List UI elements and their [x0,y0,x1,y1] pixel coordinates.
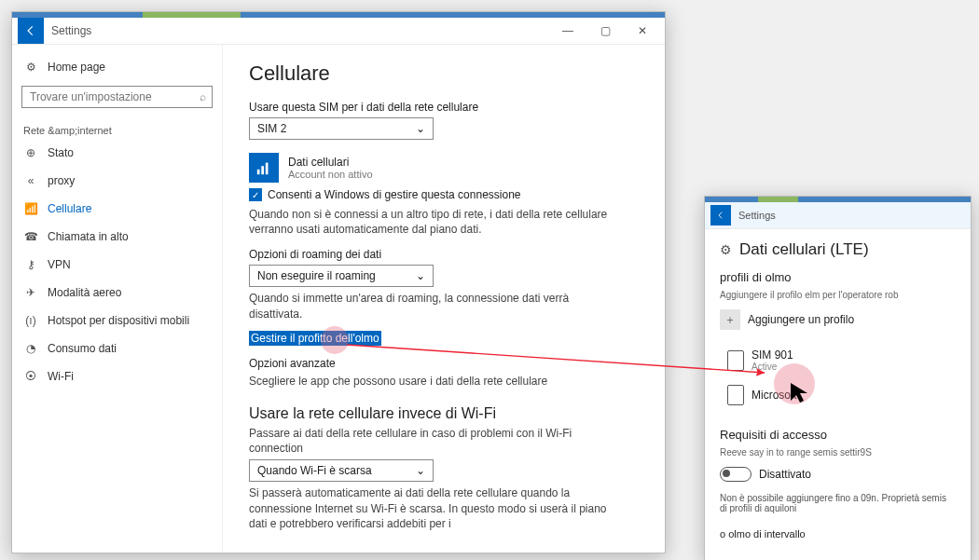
close-button[interactable]: ✕ [626,20,659,42]
roaming-description: Quando si immette un'area di roaming, la… [249,291,622,321]
esim-main: ⚙ Dati cellulari (LTE) profili di olmo A… [705,229,971,549]
add-profile-label: Aggiungere un profilo [748,313,854,326]
globe-icon: ⊕ [23,145,38,160]
main-pane: Cellulare Usare questa SIM per i dati de… [223,45,665,553]
nav-label: Modalità aereo [48,286,121,299]
access-req-heading: Requisiti di accesso [720,428,956,442]
sidebar-item-data-usage[interactable]: ◔ Consumo dati [12,335,222,362]
nav-label: Chiamata in alto [48,230,129,243]
esim-window: Settings ⚙ Dati cellulari (LTE) profili … [704,196,972,560]
roaming-select[interactable]: Non eseguire il roaming ⌄ [249,265,434,287]
access-toggle-row[interactable]: Disattivato [720,467,956,482]
plus-icon: ＋ [720,309,740,330]
wifi-fallback-title: Usare la rete cellulare invece di Wi-Fi [249,405,639,422]
sim-status: Active [751,362,793,372]
signal-bars-icon [249,153,279,183]
cellular-data-tile[interactable]: Dati cellulari Account non attivo [249,153,639,183]
sim-select[interactable]: SIM 2 ⌄ [249,117,434,140]
checkbox-label: Consenti a Windows di gestire questa con… [268,188,521,201]
minimize-button[interactable]: — [551,20,585,42]
arrow-left-icon [716,211,725,220]
nav-label: Hotspot per dispositivi mobili [48,314,189,327]
sidebar-item-proxy[interactable]: « proxy [12,168,222,194]
sidebar-item-wifi[interactable]: ⦿ Wi-Fi [12,363,222,389]
footer-text: o olmo di intervallo [720,528,956,540]
access-req-sub: Reeve say in to range semis settir9S [720,447,956,458]
advanced-link[interactable]: Opzioni avanzate [249,357,639,370]
wifi-icon: ⦿ [23,369,38,384]
sidebar-item-cellular[interactable]: 📶 Cellulare [12,196,222,222]
back-button[interactable] [710,205,731,225]
hotspot-icon: (ı) [23,313,38,328]
page-title: Cellulare [249,61,639,86]
gear-icon: ⚙ [23,60,38,75]
back-button[interactable] [18,18,44,44]
wifi-fallback-value: Quando Wi-Fi è scarsa [257,464,372,477]
nav-label: Wi-Fi [48,370,74,383]
manage-esim-link[interactable]: Gestire il profitto dell'olmo [249,331,381,346]
window-accent [705,197,971,202]
arrow-left-icon [24,24,37,37]
window-title: Settings [51,24,91,37]
sidebar-item-vpn[interactable]: ⚷ VPN [12,252,222,278]
page-title-text: Dati cellulari (LTE) [739,240,869,259]
sidebar-group-label: Rete &amp;internet [12,119,222,138]
sim-name: Microsoft [751,389,797,402]
chevron-down-icon: ⌄ [416,122,425,135]
apps-link[interactable]: Scegliere le app che possono usare i dat… [249,374,622,389]
sim-profile-1[interactable]: Microsoft [727,385,956,405]
titlebar[interactable]: Settings — ▢ ✕ [12,18,665,45]
nav-label: Cellulare [48,202,91,215]
allow-windows-checkbox[interactable]: ✓ Consenti a Windows di gestire questa c… [249,188,639,201]
svg-rect-0 [257,170,260,174]
nav-label: Consumo dati [48,342,117,355]
allow-description: Quando non si è connessi a un altro tipo… [249,207,622,237]
tile-sub: Account non attivo [288,169,373,180]
titlebar[interactable]: Settings [705,202,971,229]
search-field[interactable] [28,89,200,104]
wifi-fallback-select[interactable]: Quando Wi-Fi è scarsa ⌄ [249,459,434,482]
page-title: ⚙ Dati cellulari (LTE) [720,240,956,259]
svg-rect-2 [266,163,269,175]
waves-icon: « [23,173,38,188]
window-title: Settings [738,210,776,221]
profiles-heading: profili di olmo [720,270,956,284]
wifi-fallback-desc: Passare ai dati della rete cellulare in … [249,426,622,456]
sim-icon [727,385,744,405]
sidebar-item-call[interactable]: ☎ Chiamata in alto [12,224,222,250]
sim-profile-0[interactable]: SIM 901 Active [727,348,956,372]
chevron-down-icon: ⌄ [416,269,425,282]
toggle-off-icon[interactable] [720,467,751,482]
sidebar-item-status[interactable]: ⊕ Stato [12,140,222,166]
key-icon: ⚷ [23,257,38,272]
access-req-text: Non è possibile aggiungere fino a 09n. P… [720,493,956,513]
sim-select-label: Usare questa SIM per i dati della rete c… [249,101,639,114]
add-profile-button[interactable]: ＋ Aggiungere un profilo [720,309,956,330]
sidebar-home-label: Home page [48,61,105,74]
sidebar-item-hotspot[interactable]: (ı) Hotspot per dispositivi mobili [12,307,222,334]
gear-icon: ⚙ [720,242,732,257]
sidebar-home[interactable]: ⚙ Home page [12,54,222,80]
airplane-icon: ✈ [23,285,38,300]
profiles-sub: Aggiungere il profilo elm per l'operator… [720,290,956,300]
tile-title: Dati cellulari [288,156,373,169]
window-accent [12,12,665,18]
toggle-label: Disattivato [759,468,811,481]
signal-icon: 📶 [23,201,38,216]
sidebar-item-airplane[interactable]: ✈ Modalità aereo [12,280,222,306]
maximize-button[interactable]: ▢ [588,20,622,42]
chevron-down-icon: ⌄ [416,464,425,477]
roaming-label: Opzioni di roaming dei dati [249,248,639,261]
settings-window: Settings — ▢ ✕ ⚙ Home page ⌕ Rete &amp;i… [11,11,666,553]
checkmark-icon: ✓ [249,188,262,201]
nav-label: VPN [48,258,71,271]
sim-icon [727,350,744,371]
sim-select-value: SIM 2 [257,122,286,135]
sidebar: ⚙ Home page ⌕ Rete &amp;internet ⊕ Stato… [12,45,223,553]
svg-rect-1 [261,166,264,174]
nav-label: proxy [48,174,75,187]
search-input[interactable]: ⌕ [21,86,213,108]
roaming-value: Non eseguire il roaming [257,269,376,282]
chart-icon: ◔ [23,341,38,356]
search-icon: ⌕ [200,90,206,103]
